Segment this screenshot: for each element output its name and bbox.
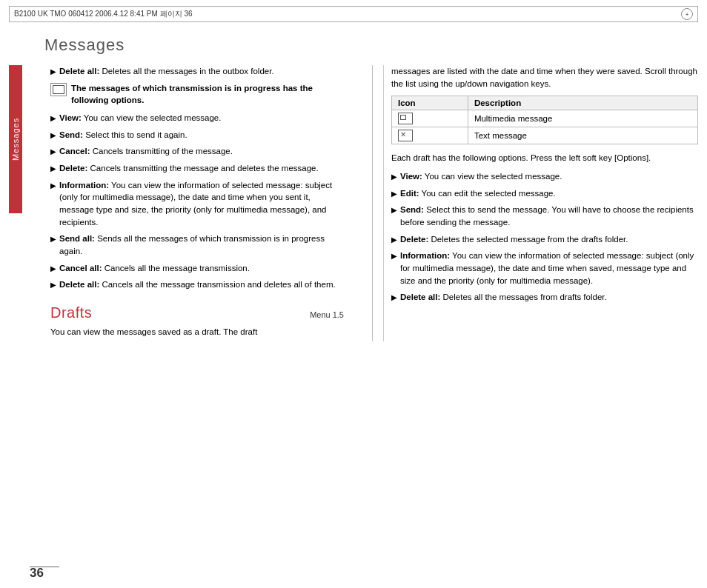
drafts-description: You can view the messages saved as a dra… (50, 326, 344, 338)
options-note: Each draft has the following options. Pr… (391, 152, 698, 164)
cancel-item-text: Cancel: Cancels transmitting of the mess… (59, 145, 233, 158)
right-intro-text: messages are listed with the date and ti… (391, 65, 698, 90)
r-information-text: Information: You can view the informatio… (400, 250, 698, 287)
text-icon-cell (392, 127, 468, 144)
list-item: ▶ Delete all: Deletes all the messages f… (391, 291, 698, 304)
page-number: 36 (30, 566, 44, 581)
list-item: ▶ Information: You can view the informat… (50, 179, 344, 229)
bullet-arrow: ▶ (50, 234, 56, 244)
list-item: ▶ Cancel: Cancels transmitting of the me… (50, 145, 344, 158)
right-column: messages are listed with the date and ti… (383, 65, 698, 341)
delete-all-top-item: ▶ Delete all: Deletes all the messages i… (50, 65, 344, 78)
view-item-text: View: You can view the selected message. (59, 112, 221, 124)
header-text: B2100 UK TMO 060412 2006.4.12 8:41 PM 페이… (14, 9, 193, 19)
envelope-icon (53, 85, 64, 94)
multimedia-desc-cell: Multimedia message (468, 110, 697, 127)
information-item-text: Information: You can view the informatio… (59, 179, 344, 229)
bullet-arrow: ▶ (391, 172, 397, 182)
table-row: Multimedia message (392, 110, 698, 127)
r-send-text: Send: Select this to send the message. Y… (400, 204, 698, 228)
cancel-all-item-text: Cancel all: Cancels all the message tran… (59, 262, 250, 275)
text-message-icon (398, 130, 413, 141)
list-item: ▶ Send: Select this to send the message.… (391, 204, 698, 228)
r-delete-all-text: Delete all: Deletes all the messages fro… (400, 291, 607, 304)
bullet-arrow: ▶ (50, 164, 56, 174)
highlight-icon (50, 83, 67, 96)
table-header-icon: Icon (392, 96, 468, 110)
list-item: ▶ Cancel all: Cancels all the message tr… (50, 262, 344, 275)
list-item: ▶ Delete: Deletes the selected message f… (391, 233, 698, 246)
bullet-arrow: ▶ (50, 67, 56, 77)
send-item-text: Send: Select this to send it again. (59, 129, 187, 141)
drafts-heading: Drafts Menu 1.5 (50, 304, 344, 321)
multimedia-message-icon (398, 113, 413, 124)
bullet-arrow: ▶ (391, 205, 397, 216)
bullet-arrow: ▶ (391, 235, 397, 245)
highlight-box: The messages of which transmission is in… (50, 82, 344, 107)
delete-all-top-text: Delete all: Deletes all the messages in … (59, 65, 274, 78)
bullet-arrow: ▶ (50, 264, 56, 274)
bullet-arrow: ▶ (50, 181, 56, 191)
list-item: ▶ Information: You can view the informat… (391, 250, 698, 287)
list-item: ▶ Edit: You can edit the selected messag… (391, 187, 698, 200)
circle-mark: + (681, 8, 693, 20)
drafts-title: Drafts (50, 304, 92, 321)
bullet-arrow: ▶ (391, 189, 397, 199)
r-edit-text: Edit: You can edit the selected message. (400, 187, 556, 200)
bullet-arrow: ▶ (50, 130, 56, 141)
column-divider (372, 65, 373, 341)
header-bar: B2100 UK TMO 060412 2006.4.12 8:41 PM 페이… (9, 6, 698, 22)
list-item: ▶ Send: Select this to send it again. (50, 129, 344, 141)
list-item: ▶ Delete all: Cancels all the message tr… (50, 278, 344, 291)
bullet-arrow: ▶ (391, 293, 397, 303)
list-item: ▶ Send all: Sends all the messages of wh… (50, 233, 344, 257)
page-title: Messages (44, 36, 707, 55)
bullet-arrow: ▶ (50, 280, 56, 290)
list-item: ▶ View: You can view the selected messag… (391, 170, 698, 183)
r-view-text: View: You can view the selected message. (400, 170, 562, 183)
list-item: ▶ View: You can view the selected messag… (50, 112, 344, 124)
delete-item-text: Delete: Cancels transmitting the message… (59, 162, 319, 175)
highlight-text: The messages of which transmission is in… (71, 82, 344, 107)
left-column: ▶ Delete all: Deletes all the messages i… (50, 65, 362, 341)
content-wrapper: ▶ Delete all: Deletes all the messages i… (30, 65, 698, 341)
icon-table: Icon Description Multimedia message (391, 96, 698, 144)
table-row: Text message (392, 127, 698, 144)
list-item: ▶ Delete: Cancels transmitting the messa… (50, 162, 344, 175)
table-header-description: Description (468, 96, 697, 110)
delete-all-bottom-text: Delete all: Cancels all the message tran… (59, 278, 336, 291)
bullet-arrow: ▶ (50, 113, 56, 124)
text-desc-cell: Text message (468, 127, 697, 144)
bullet-arrow: ▶ (50, 147, 56, 157)
send-all-item-text: Send all: Sends all the messages of whic… (59, 233, 344, 257)
drafts-menu: Menu 1.5 (310, 310, 344, 319)
multimedia-icon-cell (392, 110, 468, 127)
main-content: Messages ▶ Delete all: Deletes all the m… (9, 65, 698, 341)
r-delete-text: Delete: Deletes the selected message fro… (400, 233, 628, 246)
sidebar-tab: Messages (9, 65, 22, 213)
bullet-arrow: ▶ (391, 251, 397, 261)
